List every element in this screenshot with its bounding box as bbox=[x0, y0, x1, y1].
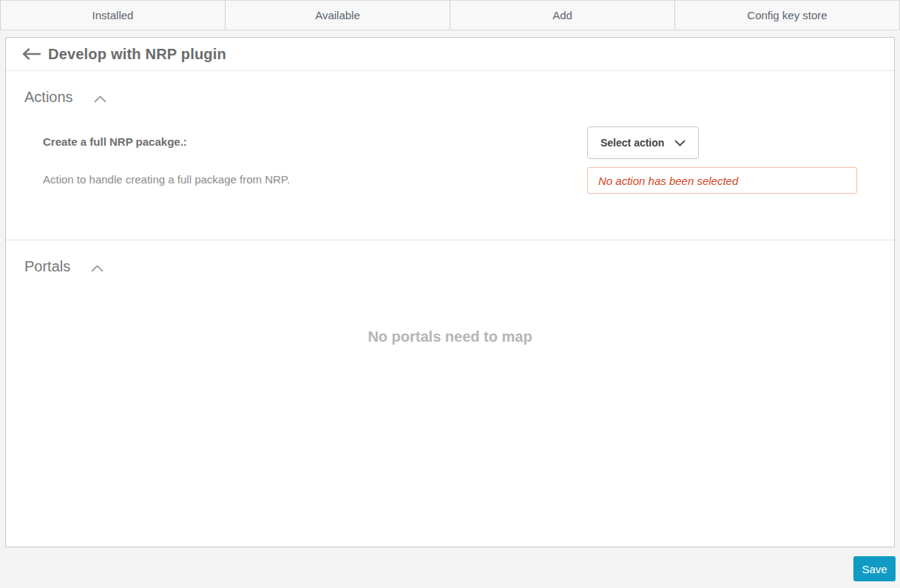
select-action-label: Select action bbox=[600, 137, 664, 149]
footer-bar: Save bbox=[0, 548, 900, 588]
actions-collapse-toggle[interactable] bbox=[94, 92, 106, 103]
save-button[interactable]: Save bbox=[853, 556, 896, 581]
portals-empty-message: No portals need to map bbox=[24, 328, 876, 345]
arrow-left-icon bbox=[21, 47, 41, 61]
actions-section-header: Actions bbox=[24, 71, 876, 106]
chevron-up-icon bbox=[94, 95, 106, 103]
tab-bar: Installed Available Add Config key store bbox=[0, 0, 900, 30]
panel-header: Develop with NRP plugin bbox=[6, 38, 894, 71]
actions-section: Actions Create a full NRP pacakge.: Acti… bbox=[6, 71, 894, 220]
tab-config-key-store[interactable]: Config key store bbox=[675, 1, 900, 30]
tab-available[interactable]: Available bbox=[226, 1, 450, 30]
portals-section-title: Portals bbox=[24, 258, 70, 275]
chevron-up-icon bbox=[91, 265, 104, 272]
page-title: Develop with NRP plugin bbox=[48, 46, 226, 63]
back-button[interactable] bbox=[20, 43, 42, 65]
plugin-config-panel: Develop with NRP plugin Actions Create a… bbox=[5, 37, 895, 547]
select-action-dropdown[interactable]: Select action bbox=[587, 126, 699, 159]
tab-add[interactable]: Add bbox=[450, 1, 675, 30]
chevron-down-icon bbox=[674, 140, 686, 146]
tab-installed[interactable]: Installed bbox=[0, 1, 226, 30]
actions-section-title: Actions bbox=[24, 89, 73, 106]
portals-section: Portals No portals need to map bbox=[6, 240, 894, 345]
validation-error-text: No action has been selected bbox=[598, 175, 738, 187]
validation-error-box: No action has been selected bbox=[587, 167, 857, 194]
portals-section-header: Portals bbox=[24, 240, 876, 275]
portals-collapse-toggle[interactable] bbox=[91, 262, 104, 272]
field-info: Create a full NRP pacakge.: Action to ha… bbox=[43, 126, 587, 220]
action-field-row: Create a full NRP pacakge.: Action to ha… bbox=[24, 106, 876, 220]
field-label: Create a full NRP pacakge.: bbox=[43, 135, 587, 148]
field-description: Action to handle creating a full package… bbox=[43, 173, 587, 186]
field-controls: Select action No action has been selecte… bbox=[587, 126, 857, 220]
